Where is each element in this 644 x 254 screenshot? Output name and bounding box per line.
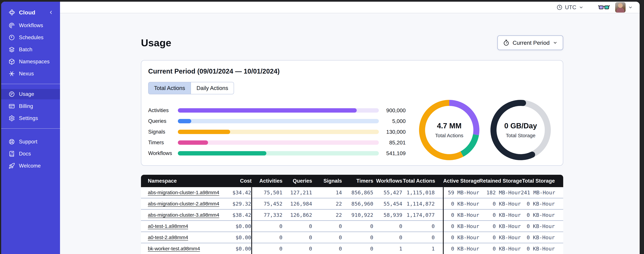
namespace-link[interactable]: abs-migration-cluster-1.a98mm4 [148,190,219,195]
cell: 55,427 [373,187,402,198]
col-workflows: Workflows [373,175,402,187]
sidebar-item-label: Usage [19,91,34,97]
cell: 241 MB-Hour [521,187,563,198]
period-selector-button[interactable]: Current Period [497,35,563,50]
cell: 1,114,872 [402,198,443,210]
cell: 0 [282,243,312,254]
cell: 0 [373,232,402,243]
cell: 59 MB-Hour [443,187,479,198]
cell: 55,454 [373,198,402,210]
namespace-link[interactable]: abs-migration-cluster-3.a98mm4 [148,212,219,218]
sidebar-item-label: Namespaces [19,59,50,65]
col-active-storage: Active Storage [443,175,479,187]
page-content: Usage Current Period Current Period (09/… [60,13,640,254]
docs-icon [8,150,15,157]
cell: 0 KB-Hour [479,198,521,210]
namespace-usage-table: NamespaceCostActivitiesQueriesSignalsTim… [141,175,563,254]
cell: 0 [252,221,282,232]
sidebar-item-schedules[interactable]: Schedules [1,32,60,43]
cell: 0 KB-Hour [521,210,563,221]
cell: 22 [312,210,342,221]
sidebar-item-docs[interactable]: Docs [1,148,60,159]
cell: 0 [342,243,373,254]
usage-bar-row-workflows: Workflows 541,109 [148,148,406,159]
cell: 1 [402,243,443,254]
sidebar-item-support[interactable]: Support [1,136,60,147]
collapse-sidebar-icon[interactable] [48,10,54,15]
bar-label: Workflows [148,150,178,156]
usage-bar-chart: Activities 900,000 Queries 5,000 Signals… [148,105,406,162]
cell: 0 [312,243,342,254]
sidebar-item-namespaces[interactable]: Namespaces [1,56,60,67]
cell: 0 KB-Hour [443,232,479,243]
sidebar-item-label: Docs [19,151,31,157]
cell: 0 KB-Hour [443,198,479,210]
namespace-link[interactable]: abs-migration-cluster-2.a98mm4 [148,201,219,206]
cell: 0 [282,221,312,232]
sidebar-brand[interactable]: Cloud [1,5,60,20]
cell: 14 [312,187,342,198]
bar-track [178,130,379,134]
topbar: UTC [60,2,640,13]
cell: 182 MB-Hour [479,187,521,198]
clock-icon [556,4,562,10]
usage-charts: Activities 900,000 Queries 5,000 Signals… [148,105,563,162]
tab-total-actions[interactable]: Total Actions [148,82,190,94]
app-window: Cloud Workflows Schedules Batch Namespac… [1,2,640,254]
usage-table: NamespaceCostActivitiesQueriesSignalsTim… [141,175,563,254]
cell: 0 KB-Hour [443,221,479,232]
sidebar-nav-main: Workflows Schedules Batch Namespaces Nex… [1,20,60,80]
bar-label: Signals [148,129,178,135]
nexus-icon [8,70,15,77]
bar-track [178,151,379,156]
glasses-icon[interactable] [598,4,610,11]
bar-label: Queries [148,118,178,124]
cell: 127,211 [282,187,312,198]
sidebar-item-usage[interactable]: Usage [1,89,60,99]
namespace-link[interactable]: a0-test-1.a98mm4 [148,223,188,229]
sidebar-item-label: Workflows [19,22,43,28]
bar-track [178,140,379,145]
cell: 0 KB-Hour [479,243,521,254]
usage-icon [8,91,15,97]
sidebar-item-settings[interactable]: Settings [1,113,60,124]
cell: $34.42 [222,187,252,198]
chevron-down-icon [628,5,633,10]
sidebar-item-batch[interactable]: Batch [1,44,60,55]
tab-daily-actions[interactable]: Daily Actions [190,82,234,94]
table-row: abs-migration-cluster-1.a98mm4$34.4275,5… [141,187,563,198]
avatar [615,2,626,12]
sidebar-item-label: Settings [19,115,38,121]
welcome-icon [8,163,15,169]
col-cost: Cost [222,175,252,187]
workflows-icon [8,22,15,29]
cell: $0.00 [222,232,252,243]
sidebar-item-label: Welcome [19,163,41,169]
usage-bar-row-timers: Timers 85,201 [148,137,406,148]
sidebar-item-billing[interactable]: Billing [1,101,60,112]
donut-center: 4.7 MM Total Actions [418,98,481,162]
table-row: abs-migration-cluster-3.a98mm4$38.4277,3… [141,210,563,221]
namespaces-icon [8,58,15,65]
timezone-selector[interactable]: UTC [556,4,584,10]
namespace-link[interactable]: a0-test-2.a98mm4 [148,234,188,240]
table-row: bk-worker-test.a98mm4$0.000000110 KB-Hou… [141,243,563,254]
bar-value: 900,000 [379,108,406,114]
donut-value: 4.7 MM [437,122,462,130]
sidebar-nav-footer: Support Docs Welcome [1,136,60,172]
table-header-row: NamespaceCostActivitiesQueriesSignalsTim… [141,175,563,187]
sidebar-item-welcome[interactable]: Welcome [1,161,60,171]
cell: 126,984 [282,198,312,210]
cell: 0 [342,221,373,232]
account-menu[interactable] [615,2,633,12]
bar-value: 130,000 [379,129,406,135]
namespace-link[interactable]: bk-worker-test.a98mm4 [148,246,200,251]
cell: 0 [312,221,342,232]
col-total-storage: Total Storage [521,175,563,187]
cell: 0 [252,232,282,243]
sidebar-item-nexus[interactable]: Nexus [1,68,60,79]
cell: 0 KB-Hour [521,232,563,243]
bar-value: 5,000 [379,118,406,124]
cell: 0 KB-Hour [443,210,479,221]
sidebar-item-workflows[interactable]: Workflows [1,20,60,31]
